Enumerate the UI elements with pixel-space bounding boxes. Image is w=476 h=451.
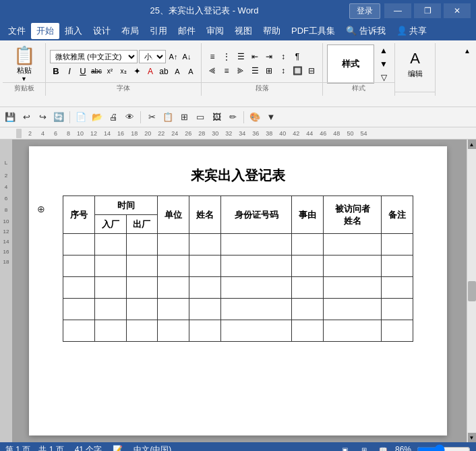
menu-item-pdf[interactable]: PDF工具集 [286, 23, 340, 39]
decrease-indent-btn[interactable]: ⇤ [248, 51, 262, 63]
cell-entry-2[interactable] [94, 255, 126, 277]
multilevel-btn[interactable]: ☰ [234, 51, 247, 63]
cell-name-4[interactable] [189, 299, 221, 320]
cell-entry-4[interactable] [94, 299, 126, 320]
cell-visited-1[interactable] [324, 234, 382, 255]
cell-id-4[interactable] [220, 299, 292, 320]
decrease-font-btn[interactable]: A↓ [181, 51, 193, 63]
cell-unit-3[interactable] [158, 277, 189, 299]
cell-note-1[interactable] [382, 234, 413, 255]
cell-name-2[interactable] [189, 255, 221, 277]
menu-item-help[interactable]: 帮助 [258, 23, 286, 39]
font-bg-btn[interactable]: A [185, 65, 197, 78]
italic-btn[interactable]: I [63, 65, 76, 78]
cell-entry-5[interactable] [94, 320, 126, 342]
menu-item-mail[interactable]: 邮件 [173, 23, 201, 39]
subscript-btn[interactable]: x₂ [117, 65, 129, 78]
cell-serial-5[interactable] [63, 320, 95, 342]
scroll-thumb[interactable] [468, 281, 476, 301]
cell-id-5[interactable] [220, 320, 292, 342]
shading-btn[interactable]: 🔲 [291, 65, 304, 77]
cell-visited-2[interactable] [324, 255, 382, 277]
cell-exit-3[interactable] [126, 277, 158, 299]
borders-btn[interactable]: ⊟ [305, 65, 318, 77]
cell-reason-5[interactable] [292, 320, 324, 342]
cell-note-2[interactable] [382, 255, 413, 277]
cell-reason-2[interactable] [292, 255, 324, 277]
cell-serial-1[interactable] [63, 234, 95, 255]
close-button[interactable]: ✕ [444, 3, 471, 18]
menu-item-file[interactable]: 文件 [3, 23, 31, 39]
cell-unit-2[interactable] [158, 255, 189, 277]
cell-name-1[interactable] [189, 234, 221, 255]
cell-id-2[interactable] [220, 255, 292, 277]
cell-name-5[interactable] [189, 320, 221, 342]
cell-id-1[interactable] [220, 234, 292, 255]
textbox-btn[interactable]: ▭ [193, 110, 208, 125]
vertical-scrollbar[interactable]: ▲ ▼ [467, 140, 476, 442]
superscript-btn[interactable]: x² [104, 65, 116, 78]
more-btn[interactable]: ▼ [264, 110, 278, 125]
auto-save-btn[interactable]: 🔄 [51, 110, 66, 125]
cell-unit-5[interactable] [158, 320, 189, 342]
cell-exit-2[interactable] [126, 255, 158, 277]
sort-btn[interactable]: ↕ [276, 51, 290, 63]
cell-exit-4[interactable] [126, 299, 158, 320]
cell-visited-5[interactable] [324, 320, 382, 342]
menu-item-references[interactable]: 引用 [144, 23, 173, 39]
open-btn[interactable]: 📂 [90, 110, 105, 125]
cell-unit-4[interactable] [158, 299, 189, 320]
show-marks-btn[interactable]: ¶ [291, 51, 304, 63]
login-button[interactable]: 登录 [349, 3, 380, 19]
print-btn[interactable]: 🖨 [106, 110, 121, 125]
cell-exit-1[interactable] [126, 234, 158, 255]
underline-btn[interactable]: U [77, 65, 89, 78]
numbering-btn[interactable]: ⋮ [220, 51, 233, 63]
char-shading-btn[interactable]: A [171, 65, 183, 78]
menu-item-share[interactable]: 👤 共享 [391, 23, 433, 39]
cell-note-3[interactable] [382, 277, 413, 299]
view-read-btn[interactable]: 📖 [376, 444, 390, 451]
highlight-btn[interactable]: ab [158, 65, 170, 78]
scroll-down-btn[interactable]: ▼ [468, 433, 476, 442]
cell-reason-1[interactable] [292, 234, 324, 255]
menu-item-design[interactable]: 设计 [88, 23, 116, 39]
undo-toolbar-btn[interactable]: ↩ [19, 110, 34, 125]
cell-note-4[interactable] [382, 299, 413, 320]
menu-item-view[interactable]: 视图 [229, 23, 258, 39]
style-preview[interactable]: 样式 [327, 44, 374, 84]
clear-format-btn[interactable]: ✦ [131, 65, 143, 78]
menu-item-layout[interactable]: 布局 [116, 23, 144, 39]
add-row-button[interactable]: ⊕ [36, 204, 47, 214]
copy-btn[interactable]: 📋 [160, 110, 175, 125]
restore-button[interactable]: ❐ [414, 3, 441, 18]
font-color-btn[interactable]: A [144, 65, 156, 78]
increase-indent-btn[interactable]: ⇥ [262, 51, 276, 63]
cell-note-5[interactable] [382, 320, 413, 342]
table-btn[interactable]: ⊞ [177, 110, 191, 125]
cut-btn[interactable]: ✂ [144, 110, 159, 125]
view-web-btn[interactable]: ⊞ [357, 444, 371, 451]
save-toolbar-btn[interactable]: 💾 [3, 110, 18, 125]
align-right-btn[interactable]: ⫸ [234, 65, 247, 77]
style-scroll-up[interactable]: ▲ [377, 44, 390, 57]
cell-reason-3[interactable] [292, 277, 324, 299]
edit-label[interactable]: 编辑 [408, 69, 423, 79]
view-print-btn[interactable]: ▣ [338, 444, 352, 451]
strikethrough-btn[interactable]: abc [90, 65, 102, 78]
cell-exit-5[interactable] [126, 320, 158, 342]
bold-btn[interactable]: B [50, 65, 62, 78]
align-left-btn[interactable]: ⫷ [206, 65, 219, 77]
menu-item-review[interactable]: 审阅 [201, 23, 229, 39]
menu-item-tell[interactable]: 🔍 告诉我 [340, 23, 391, 39]
color-btn[interactable]: 🎨 [247, 110, 262, 125]
bullets-btn[interactable]: ≡ [206, 51, 219, 63]
print-preview-btn[interactable]: 👁 [122, 110, 137, 125]
zoom-slider[interactable] [417, 446, 471, 451]
cell-name-3[interactable] [189, 277, 221, 299]
align-center-btn[interactable]: ≡ [220, 65, 233, 77]
cell-entry-3[interactable] [94, 277, 126, 299]
font-size-select[interactable]: 小二 [139, 50, 166, 63]
menu-item-home[interactable]: 开始 [31, 23, 59, 39]
scroll-up-btn[interactable]: ▲ [468, 140, 476, 149]
